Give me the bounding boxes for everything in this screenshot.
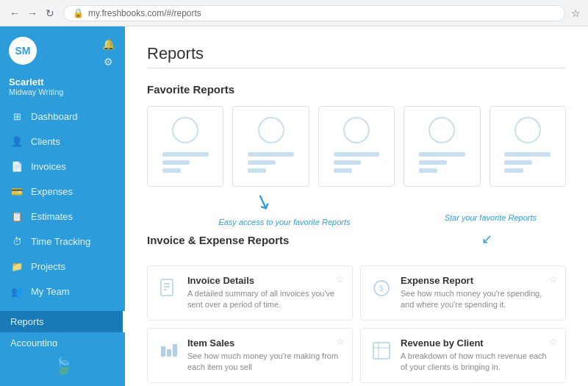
notification-icon[interactable]: 🔔 xyxy=(101,37,116,51)
refresh-button[interactable]: ↻ xyxy=(43,6,57,21)
sidebar-footer: 🍃 xyxy=(0,346,125,386)
svg-rect-6 xyxy=(161,346,165,357)
favorite-card-5[interactable] xyxy=(490,106,566,187)
item-sales-content: Item Sales See how much money you're mak… xyxy=(187,337,342,374)
fav-card-line xyxy=(334,160,362,165)
svg-rect-0 xyxy=(161,279,173,296)
invoice-details-desc: A detailed summary of all invoices you'v… xyxy=(187,288,342,311)
sidebar-item-accounting[interactable]: Accounting xyxy=(0,332,125,346)
sidebar-item-clients[interactable]: 👤 Clients xyxy=(0,129,125,154)
invoice-expense-cards-grid: Invoice Details A detailed summary of al… xyxy=(147,265,566,383)
sidebar-label-expenses: Expenses xyxy=(31,186,73,197)
sidebar-item-expenses[interactable]: 💳 Expenses xyxy=(0,179,125,204)
page-divider xyxy=(147,68,566,68)
favorite-card-4[interactable] xyxy=(404,106,480,187)
report-card-item-sales[interactable]: Item Sales See how much money you're mak… xyxy=(147,328,353,383)
item-sales-star[interactable]: ☆ xyxy=(336,336,345,347)
invoice-details-star[interactable]: ☆ xyxy=(336,274,345,285)
estimates-icon: 📋 xyxy=(10,210,24,223)
sidebar-item-dashboard[interactable]: ⊞ Dashboard xyxy=(0,104,125,129)
favorite-card-3[interactable] xyxy=(318,106,395,187)
expense-report-title: Expense Report xyxy=(401,275,555,286)
fav-card-lines-4 xyxy=(419,152,465,173)
invoice-details-content: Invoice Details A detailed summary of al… xyxy=(187,275,342,311)
fav-card-line xyxy=(334,152,380,157)
forward-button[interactable]: → xyxy=(25,6,40,21)
fav-card-line xyxy=(419,168,437,173)
sidebar-label-accounting: Accounting xyxy=(10,337,57,346)
sidebar-item-projects[interactable]: 📁 Projects xyxy=(0,254,125,279)
sidebar-icon-buttons: 🔔 ⚙ xyxy=(101,37,116,69)
sidebar-item-time-tracking[interactable]: ⏱ Time Tracking xyxy=(0,229,125,254)
time-tracking-icon: ⏱ xyxy=(10,235,24,248)
sidebar-label-clients: Clients xyxy=(31,136,60,147)
freshbooks-leaf-icon: 🍃 xyxy=(53,357,73,376)
address-bar[interactable]: 🔒 my.freshbooks.com/#/reports xyxy=(63,5,565,21)
fav-card-circle-5 xyxy=(514,117,541,143)
fav-card-lines-2 xyxy=(248,152,294,173)
back-button[interactable]: ← xyxy=(7,6,22,21)
invoice-expense-header: Invoice & Expense Reports Star your favo… xyxy=(147,234,566,257)
svg-rect-8 xyxy=(173,344,177,357)
lock-icon: 🔒 xyxy=(73,8,84,18)
item-sales-desc: See how much money you're making from ea… xyxy=(187,351,342,374)
url-text: my.freshbooks.com/#/reports xyxy=(88,8,201,18)
favorite-card-2[interactable]: ↙ Easy access to your favorite Reports xyxy=(232,106,309,187)
avatar: SM xyxy=(9,37,37,65)
expense-report-icon: $ xyxy=(370,276,393,300)
fav-card-line xyxy=(248,160,276,165)
fav-card-line xyxy=(162,168,181,173)
dashboard-icon: ⊞ xyxy=(10,110,24,123)
browser-chrome: ← → ↻ 🔒 my.freshbooks.com/#/reports ☆ xyxy=(0,0,588,26)
fav-card-line xyxy=(504,168,523,173)
fav-card-circle-1 xyxy=(172,117,198,143)
favorite-reports-annotation: Easy access to your favorite Reports xyxy=(218,218,350,226)
revenue-by-client-content: Revenue by Client A breakdown of how muc… xyxy=(401,337,555,374)
sidebar-label-my-team: My Team xyxy=(31,286,70,297)
browser-actions: ☆ xyxy=(571,7,581,19)
sidebar-item-estimates[interactable]: 📋 Estimates xyxy=(0,204,125,229)
sidebar-item-my-team[interactable]: 👥 My Team xyxy=(0,279,125,304)
settings-icon[interactable]: ⚙ xyxy=(101,54,116,69)
revenue-by-client-star[interactable]: ☆ xyxy=(549,336,558,347)
sidebar-item-reports[interactable]: Reports xyxy=(0,311,125,332)
favorite-reports-row: ↙ Easy access to your favorite Reports xyxy=(147,106,566,187)
fav-card-circle-4 xyxy=(429,117,455,143)
sidebar-label-estimates: Estimates xyxy=(31,211,73,222)
svg-rect-9 xyxy=(373,343,390,359)
item-sales-icon xyxy=(157,339,180,362)
sidebar-label-reports: Reports xyxy=(10,316,44,327)
item-sales-title: Item Sales xyxy=(187,337,342,349)
star-annotation: Star your favorite Reports xyxy=(445,213,537,222)
fav-card-line xyxy=(162,152,209,157)
my-team-icon: 👥 xyxy=(10,285,24,298)
sidebar-label-time-tracking: Time Tracking xyxy=(31,236,90,247)
invoices-icon: 📄 xyxy=(10,160,24,173)
report-card-expense-report[interactable]: $ Expense Report See how much money you'… xyxy=(360,265,566,321)
projects-icon: 📁 xyxy=(10,260,24,273)
invoice-details-title: Invoice Details xyxy=(187,275,342,286)
favorite-reports-title: Favorite Reports xyxy=(147,83,566,96)
sidebar: SM 🔔 ⚙ Scarlett Midway Writing ⊞ Dashboa… xyxy=(0,26,125,386)
fav-card-lines-1 xyxy=(162,152,209,173)
report-card-revenue-by-client[interactable]: Revenue by Client A breakdown of how muc… xyxy=(360,328,566,383)
sidebar-item-invoices[interactable]: 📄 Invoices xyxy=(0,154,125,179)
fav-card-line xyxy=(162,160,190,165)
report-card-invoice-details[interactable]: Invoice Details A detailed summary of al… xyxy=(147,265,353,321)
revenue-by-client-desc: A breakdown of how much revenue each of … xyxy=(401,351,555,374)
expense-report-content: Expense Report See how much money you're… xyxy=(401,275,555,311)
favorite-card-1[interactable] xyxy=(147,106,223,187)
page-title: Reports xyxy=(147,44,566,63)
expenses-icon: 💳 xyxy=(10,185,24,198)
svg-rect-7 xyxy=(167,349,171,357)
user-name: Scarlett xyxy=(9,76,116,87)
sidebar-label-projects: Projects xyxy=(31,261,65,272)
fav-card-line xyxy=(419,152,465,157)
clients-icon: 👤 xyxy=(10,135,24,148)
expense-report-star[interactable]: ☆ xyxy=(549,274,558,285)
fav-card-line xyxy=(334,168,352,173)
expense-report-desc: See how much money you're spending, and … xyxy=(401,288,555,311)
fav-card-line xyxy=(504,152,551,157)
fav-card-lines-5 xyxy=(504,152,551,173)
fav-card-circle-3 xyxy=(343,117,370,143)
